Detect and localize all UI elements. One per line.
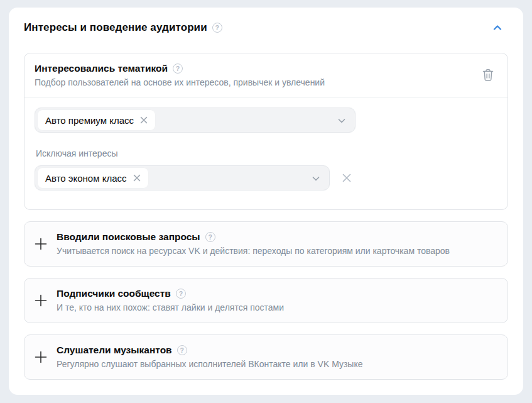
clear-exclude-field-button[interactable]	[339, 170, 354, 185]
help-icon[interactable]: ?	[205, 232, 215, 242]
chevron-up-icon	[492, 22, 503, 33]
section-title: Подписчики сообществ	[57, 287, 171, 301]
panel-title: Интересы и поведение аудитории	[24, 21, 207, 34]
plus-icon	[34, 237, 48, 251]
tag-label: Авто эконом класс	[45, 173, 127, 184]
remove-tag-icon[interactable]	[139, 116, 148, 124]
plus-icon	[34, 350, 48, 364]
interested-in-topic-card: Интересовались тематикой ? Подбор пользо…	[24, 53, 508, 210]
interest-card-body: Авто премиум класс Исключая интересы	[24, 97, 508, 209]
trash-icon	[481, 68, 495, 82]
search-queries-card[interactable]: Вводили поисковые запросы ? Учитывается …	[24, 221, 508, 267]
exclude-interests-select[interactable]: Авто эконом класс	[35, 165, 330, 190]
collapse-section-button[interactable]	[492, 22, 503, 33]
section-subtitle: Регулярно слушают выбранных исполнителей…	[57, 358, 497, 370]
chevron-down-icon	[337, 116, 347, 126]
delete-card-button[interactable]	[480, 67, 496, 84]
tag-label: Авто премиум класс	[45, 115, 134, 126]
plus-icon	[34, 294, 48, 307]
interest-card-header: Интересовались тематикой ? Подбор пользо…	[24, 53, 508, 97]
section-subtitle: И те, кто на них похож: ставят лайки и д…	[57, 302, 497, 314]
x-icon	[340, 172, 353, 184]
panel-header: Интересы и поведение аудитории ?	[24, 21, 508, 34]
include-interests-select[interactable]: Авто премиум класс	[35, 108, 356, 133]
community-subscribers-card[interactable]: Подписчики сообществ ? И те, кто на них …	[24, 278, 508, 323]
musician-listeners-card[interactable]: Слушатели музыкантов ? Регулярно слушают…	[24, 334, 508, 380]
exclude-interests-label: Исключая интересы	[36, 148, 497, 159]
help-icon[interactable]: ?	[177, 345, 187, 355]
interest-tag: Авто эконом класс	[38, 168, 148, 188]
help-icon[interactable]: ?	[176, 289, 186, 299]
interest-card-subtitle: Подбор пользователей на основе их интере…	[35, 77, 480, 89]
chevron-down-icon	[311, 174, 321, 184]
section-title: Вводили поисковые запросы	[57, 230, 200, 244]
interest-card-title: Интересовались тематикой	[35, 62, 168, 75]
exclude-interests-row: Авто эконом класс	[35, 165, 497, 190]
section-subtitle: Учитывается поиск на ресурсах VK и дейст…	[57, 245, 497, 257]
audience-interests-panel: Интересы и поведение аудитории ? Интерес…	[9, 8, 523, 395]
interest-tag: Авто премиум класс	[38, 110, 155, 130]
section-title: Слушатели музыкантов	[57, 343, 172, 357]
help-icon[interactable]: ?	[173, 63, 183, 74]
help-icon[interactable]: ?	[212, 23, 222, 33]
remove-tag-icon[interactable]	[133, 174, 141, 182]
